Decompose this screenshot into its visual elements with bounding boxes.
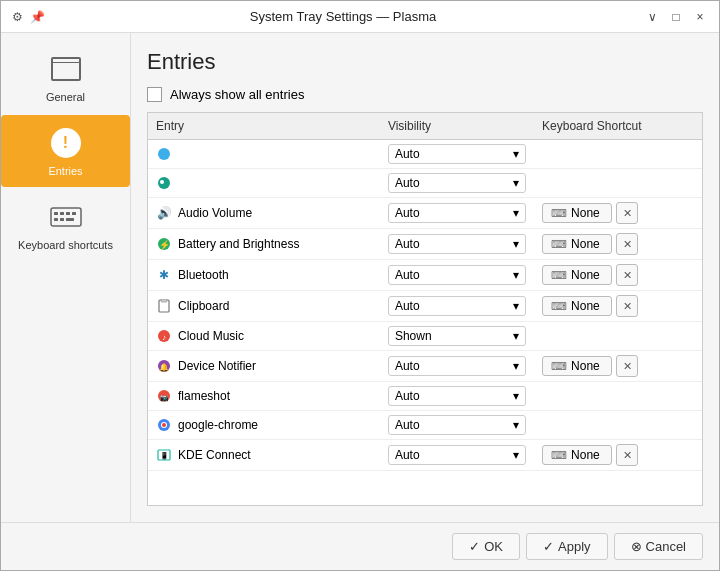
entry-name: Bluetooth xyxy=(178,268,229,282)
unpin-icon[interactable]: 📌 xyxy=(29,9,45,25)
shortcut-value: None xyxy=(571,206,600,220)
entry-icon: 📱 xyxy=(156,447,172,463)
dropdown-arrow-icon: ▾ xyxy=(513,389,519,403)
entries-table: Entry Visibility Keyboard Shortcut Auto … xyxy=(148,113,702,471)
col-shortcut: Keyboard Shortcut xyxy=(534,113,702,140)
visibility-dropdown[interactable]: Auto ▾ xyxy=(388,296,526,316)
ok-button[interactable]: ✓ OK xyxy=(452,533,520,560)
clear-shortcut-button[interactable]: ✕ xyxy=(616,295,638,317)
shortcut-button[interactable]: ⌨ None xyxy=(542,445,612,465)
shortcut-cell xyxy=(534,140,702,169)
ok-icon: ✓ xyxy=(469,539,480,554)
visibility-dropdown[interactable]: Auto ▾ xyxy=(388,445,526,465)
visibility-value: Auto xyxy=(395,418,420,432)
keyboard-icon xyxy=(48,199,84,235)
shortcut-cell: ⌨ None ✕ xyxy=(534,440,702,471)
cancel-label: Cancel xyxy=(646,539,686,554)
svg-rect-7 xyxy=(66,218,74,221)
apply-icon: ✓ xyxy=(543,539,554,554)
svg-text:⚡: ⚡ xyxy=(159,239,171,251)
visibility-cell: Auto ▾ xyxy=(380,411,534,440)
shortcut-button[interactable]: ⌨ None xyxy=(542,234,612,254)
page-title: Entries xyxy=(147,49,703,75)
always-show-checkbox[interactable] xyxy=(147,87,162,102)
clear-shortcut-button[interactable]: ✕ xyxy=(616,355,638,377)
visibility-dropdown[interactable]: Auto ▾ xyxy=(388,173,526,193)
titlebar: ⚙ 📌 System Tray Settings — Plasma ∨ □ × xyxy=(1,1,719,33)
entry-icon xyxy=(156,298,172,314)
table-row: 🔔 Device Notifier Auto ▾ ⌨ None ✕ xyxy=(148,351,702,382)
clear-shortcut-button[interactable]: ✕ xyxy=(616,202,638,224)
shortcut-button[interactable]: ⌨ None xyxy=(542,203,612,223)
sidebar-item-general[interactable]: General xyxy=(1,41,130,113)
table-row: Auto ▾ xyxy=(148,169,702,198)
visibility-value: Auto xyxy=(395,268,420,282)
entry-icon: 🔔 xyxy=(156,358,172,374)
shortcut-button[interactable]: ⌨ None xyxy=(542,356,612,376)
apply-button[interactable]: ✓ Apply xyxy=(526,533,608,560)
visibility-value: Auto xyxy=(395,206,420,220)
entry-name: flameshot xyxy=(178,389,230,403)
entry-icon: ✱ xyxy=(156,267,172,283)
entry-name: Cloud Music xyxy=(178,329,244,343)
shortcut-button[interactable]: ⌨ None xyxy=(542,296,612,316)
footer: ✓ OK ✓ Apply ⊗ Cancel xyxy=(1,522,719,570)
visibility-dropdown[interactable]: Shown ▾ xyxy=(388,326,526,346)
entry-name: Clipboard xyxy=(178,299,229,313)
apply-label: Apply xyxy=(558,539,591,554)
svg-rect-0 xyxy=(51,208,81,226)
dropdown-arrow-icon: ▾ xyxy=(513,206,519,220)
entries-icon: ! xyxy=(48,125,84,161)
close-button[interactable]: × xyxy=(689,6,711,28)
dropdown-arrow-icon: ▾ xyxy=(513,448,519,462)
visibility-dropdown[interactable]: Auto ▾ xyxy=(388,265,526,285)
entry-cell: 🔔 Device Notifier xyxy=(148,351,380,382)
dropdown-arrow-icon: ▾ xyxy=(513,176,519,190)
entry-icon: 📷 xyxy=(156,388,172,404)
entry-name: KDE Connect xyxy=(178,448,251,462)
shortcut-button[interactable]: ⌨ None xyxy=(542,265,612,285)
entries-table-container: Entry Visibility Keyboard Shortcut Auto … xyxy=(147,112,703,506)
visibility-cell: Auto ▾ xyxy=(380,260,534,291)
maximize-button[interactable]: □ xyxy=(665,6,687,28)
entry-icon: ♪ xyxy=(156,328,172,344)
visibility-value: Auto xyxy=(395,389,420,403)
entry-cell: 🔊 Audio Volume xyxy=(148,198,380,229)
entry-name: Battery and Brightness xyxy=(178,237,299,251)
svg-text:🔔: 🔔 xyxy=(159,362,169,372)
visibility-dropdown[interactable]: Auto ▾ xyxy=(388,203,526,223)
visibility-dropdown[interactable]: Auto ▾ xyxy=(388,234,526,254)
entry-cell: ⚡ Battery and Brightness xyxy=(148,229,380,260)
table-row: Clipboard Auto ▾ ⌨ None ✕ xyxy=(148,291,702,322)
clear-icon: ✕ xyxy=(623,269,632,282)
chevron-down-icon[interactable]: ∨ xyxy=(641,6,663,28)
shortcut-value: None xyxy=(571,268,600,282)
keyboard-shortcut-icon: ⌨ xyxy=(551,238,567,251)
dropdown-arrow-icon: ▾ xyxy=(513,147,519,161)
entry-cell xyxy=(148,140,380,169)
pin-icon[interactable]: ⚙ xyxy=(9,9,25,25)
sidebar-item-entries[interactable]: ! Entries xyxy=(1,115,130,187)
entry-cell: google-chrome xyxy=(148,411,380,440)
dropdown-arrow-icon: ▾ xyxy=(513,359,519,373)
sidebar-item-keyboard[interactable]: Keyboard shortcuts xyxy=(1,189,130,261)
always-show-label: Always show all entries xyxy=(170,87,304,102)
visibility-value: Auto xyxy=(395,176,420,190)
entry-cell xyxy=(148,169,380,198)
visibility-dropdown[interactable]: Auto ▾ xyxy=(388,415,526,435)
visibility-value: Auto xyxy=(395,448,420,462)
entry-icon xyxy=(156,146,172,162)
table-row: google-chrome Auto ▾ xyxy=(148,411,702,440)
entry-icon: ⚡ xyxy=(156,236,172,252)
visibility-dropdown[interactable]: Auto ▾ xyxy=(388,356,526,376)
clear-shortcut-button[interactable]: ✕ xyxy=(616,444,638,466)
clear-shortcut-button[interactable]: ✕ xyxy=(616,264,638,286)
visibility-dropdown[interactable]: Auto ▾ xyxy=(388,144,526,164)
table-row: ✱ Bluetooth Auto ▾ ⌨ None ✕ xyxy=(148,260,702,291)
visibility-cell: Auto ▾ xyxy=(380,169,534,198)
entry-cell: ✱ Bluetooth xyxy=(148,260,380,291)
clear-shortcut-button[interactable]: ✕ xyxy=(616,233,638,255)
cancel-button[interactable]: ⊗ Cancel xyxy=(614,533,703,560)
visibility-dropdown[interactable]: Auto ▾ xyxy=(388,386,526,406)
shortcut-cell: ⌨ None ✕ xyxy=(534,291,702,322)
